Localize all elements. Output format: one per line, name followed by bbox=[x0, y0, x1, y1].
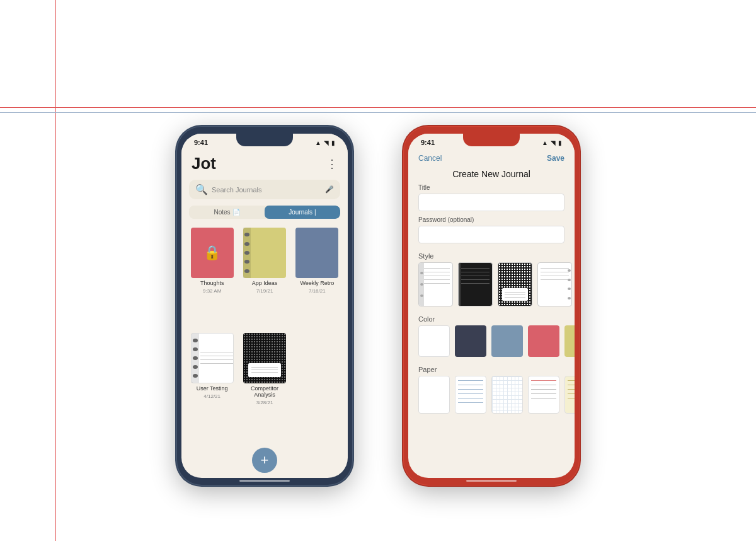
paper-lines-yellow bbox=[568, 380, 575, 398]
password-form-section: Password (optional) bbox=[408, 216, 575, 248]
paper-option-grid[interactable] bbox=[491, 376, 523, 414]
journal-name: App Ideas bbox=[252, 280, 278, 286]
journal-date: 3/28/21 bbox=[256, 400, 273, 405]
cover-spiral bbox=[192, 334, 199, 383]
search-icon: 🔍 bbox=[195, 183, 208, 195]
home-indicator-2[interactable] bbox=[466, 480, 517, 482]
paper-lines bbox=[458, 380, 483, 403]
spiral-dot bbox=[193, 339, 198, 342]
journal-cover-thoughts: 🔒 bbox=[191, 228, 234, 278]
notch-2 bbox=[463, 134, 520, 146]
cover-spiral bbox=[243, 228, 251, 278]
list-item[interactable]: App Ideas 7/19/21 bbox=[241, 228, 287, 327]
list-item[interactable]: Competitor Analysis 3/28/21 bbox=[241, 333, 287, 438]
journal-date: 7/19/21 bbox=[256, 288, 273, 294]
home-indicator-1[interactable] bbox=[239, 480, 290, 482]
journals-tab-icon: | bbox=[314, 209, 316, 216]
style-options-row bbox=[408, 262, 575, 311]
journal-cover-competitor bbox=[243, 333, 286, 383]
style-option-lined-light[interactable] bbox=[418, 262, 453, 306]
paper-options-row bbox=[408, 376, 575, 419]
comp-lines bbox=[251, 367, 278, 373]
status-time-2: 9:41 bbox=[421, 139, 435, 146]
color-option-coral[interactable] bbox=[528, 325, 559, 357]
notch-1 bbox=[236, 134, 293, 146]
paper-option-lined[interactable] bbox=[455, 376, 486, 414]
spiral-dot bbox=[193, 365, 198, 369]
password-label: Password (optional) bbox=[418, 216, 564, 223]
title-input[interactable] bbox=[418, 194, 564, 211]
spiral-dot bbox=[244, 260, 249, 264]
cancel-button[interactable]: Cancel bbox=[418, 154, 442, 163]
style-lines-dark bbox=[461, 268, 490, 284]
status-icons-2: ▲ ◥ ▮ bbox=[542, 139, 562, 146]
add-journal-button[interactable]: + bbox=[252, 448, 277, 473]
journal-date: 7/16/21 bbox=[309, 288, 326, 294]
color-option-steel-blue[interactable] bbox=[491, 325, 523, 357]
journal-cover-weeklyretro bbox=[295, 228, 338, 278]
phones-container: 9:41 ▲ ◥ ▮ Jot ⋮ 🔍 Search Journals 🎤 bbox=[0, 0, 756, 486]
tabs-bar: Notes 📄 Journals | bbox=[189, 206, 340, 219]
battery-icon: ▮ bbox=[331, 139, 335, 146]
notes-tab-label: Notes bbox=[214, 209, 230, 216]
journals-tab-label: Journals bbox=[289, 209, 312, 216]
style-option-lined-dark[interactable] bbox=[458, 262, 493, 306]
spiral-dot bbox=[193, 374, 198, 378]
mic-icon[interactable]: 🎤 bbox=[325, 185, 334, 194]
create-journal-header: Cancel Save bbox=[408, 149, 575, 166]
red-vertical-ruler bbox=[55, 0, 56, 541]
status-time-1: 9:41 bbox=[194, 139, 208, 146]
spiral-dot bbox=[193, 347, 198, 351]
jot-app-title: Jot bbox=[192, 154, 216, 173]
journal-date: 9:32 AM bbox=[203, 288, 221, 294]
phone-1: 9:41 ▲ ◥ ▮ Jot ⋮ 🔍 Search Journals 🎤 bbox=[176, 126, 353, 486]
paper-lines-red bbox=[531, 380, 556, 398]
journal-date: 4/12/21 bbox=[203, 393, 220, 399]
style-option-spiral[interactable] bbox=[537, 262, 572, 306]
title-label: Title bbox=[418, 184, 564, 191]
journal-cover-appideas bbox=[243, 228, 286, 278]
style-option-composition[interactable] bbox=[498, 262, 532, 306]
title-form-section: Title bbox=[408, 184, 575, 216]
password-input[interactable] bbox=[418, 226, 564, 243]
notes-tab[interactable]: Notes 📄 bbox=[189, 206, 265, 219]
color-option-yellow[interactable] bbox=[564, 325, 575, 357]
color-section-label: Color bbox=[408, 311, 575, 325]
paper-option-blank[interactable] bbox=[418, 376, 450, 414]
spiral-dot bbox=[244, 242, 249, 246]
journal-name: Thoughts bbox=[200, 280, 224, 286]
journals-grid: 🔒 Thoughts 9:32 AM bbox=[181, 223, 348, 443]
save-button[interactable]: Save bbox=[547, 154, 564, 163]
spiral-dot bbox=[244, 251, 249, 255]
menu-icon[interactable]: ⋮ bbox=[326, 157, 338, 171]
color-options-row bbox=[408, 325, 575, 362]
paper-option-lined-red[interactable] bbox=[528, 376, 559, 414]
search-placeholder: Search Journals bbox=[212, 186, 321, 194]
list-item[interactable]: 🔒 Thoughts 9:32 AM bbox=[189, 228, 235, 327]
journal-name: User Testing bbox=[197, 385, 228, 392]
journal-name: Weekly Retro bbox=[300, 280, 334, 286]
style-lines-spiral bbox=[541, 268, 569, 280]
comp-label bbox=[248, 363, 281, 377]
battery-icon-2: ▮ bbox=[558, 139, 562, 146]
status-icons-1: ▲ ◥ ▮ bbox=[315, 139, 335, 146]
journal-name: Competitor Analysis bbox=[241, 385, 287, 398]
journal-cover-usertesting bbox=[191, 333, 234, 383]
color-option-dark[interactable] bbox=[455, 325, 486, 357]
create-journal-title: Create New Journal bbox=[408, 166, 575, 184]
paper-grid bbox=[492, 376, 522, 413]
list-item[interactable]: Weekly Retro 7/16/21 bbox=[294, 228, 340, 327]
search-bar[interactable]: 🔍 Search Journals 🎤 bbox=[189, 180, 340, 199]
phone-screen-1: 9:41 ▲ ◥ ▮ Jot ⋮ 🔍 Search Journals 🎤 bbox=[181, 134, 348, 478]
lock-icon: 🔒 bbox=[203, 245, 220, 261]
journals-tab[interactable]: Journals | bbox=[265, 206, 340, 219]
red-horizontal-ruler bbox=[0, 107, 756, 108]
blue-horizontal-ruler bbox=[0, 112, 756, 113]
paper-option-yellow[interactable] bbox=[564, 376, 575, 414]
wifi-icon: ◥ bbox=[324, 139, 329, 146]
wifi-icon-2: ◥ bbox=[551, 139, 556, 146]
list-item[interactable]: User Testing 4/12/21 bbox=[189, 333, 235, 438]
phone-2: 9:41 ▲ ◥ ▮ Cancel Save Create New Journa… bbox=[403, 126, 580, 486]
color-option-white[interactable] bbox=[418, 325, 450, 357]
spiral-dot bbox=[193, 356, 198, 360]
